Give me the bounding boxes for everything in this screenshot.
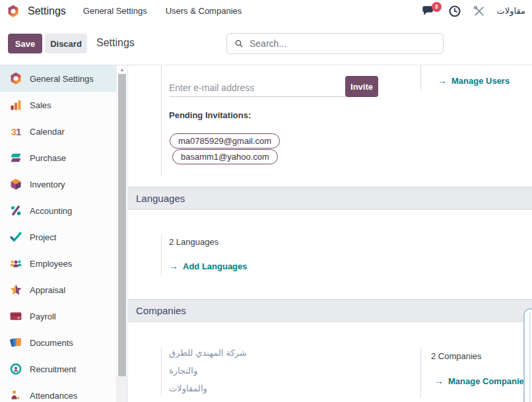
scrollbar-track[interactable]: [117, 376, 127, 402]
app-title: Settings: [28, 5, 66, 17]
companies-section-header: Companies: [128, 299, 532, 322]
user-menu[interactable]: مقاولات: [497, 6, 525, 16]
sidebar-item-calendar[interactable]: 31 Calendar: [0, 118, 116, 145]
pending-invitations-label: Pending Invitations:: [169, 110, 251, 120]
person-circle-icon: [9, 362, 22, 376]
tools-icon[interactable]: [473, 5, 486, 18]
sidebar-item-employees[interactable]: Employees: [0, 250, 116, 277]
manage-users-label: Manage Users: [451, 76, 510, 86]
companies-pane-divider: [161, 348, 162, 395]
top-navbar: Settings General Settings Users & Compan…: [0, 0, 532, 22]
sidebar-item-label: Documents: [30, 338, 73, 348]
payment-card-icon: [9, 310, 22, 323]
discard-button[interactable]: Discard: [45, 34, 87, 53]
sidebar-item-sales[interactable]: Sales: [0, 92, 116, 118]
popup-edge: [523, 308, 532, 402]
settings-content: Invite Manage Users Pending Invitations:…: [128, 65, 532, 402]
manage-companies-label: Manage Companies: [448, 376, 529, 386]
languages-section-header: Languages: [128, 187, 532, 210]
sidebar-item-accounting[interactable]: Accounting: [0, 197, 116, 224]
sidebar-item-label: Appraisal: [30, 285, 65, 295]
cube-icon: [9, 178, 22, 191]
breadcrumb: Settings: [96, 37, 135, 49]
manage-users-link[interactable]: Manage Users: [438, 75, 510, 86]
star-icon: [9, 283, 22, 296]
sidebar-item-label: Sales: [30, 100, 51, 110]
sidebar-item-payroll[interactable]: Payroll: [0, 303, 116, 329]
bar-chart-icon: [9, 98, 22, 112]
person-check-icon: [9, 389, 22, 402]
stacked-cards-icon: [9, 151, 22, 164]
nav-item-general-settings[interactable]: General Settings: [83, 6, 147, 16]
unread-count-badge: 3: [432, 2, 442, 12]
odoo-app-logo-icon[interactable]: [7, 5, 20, 18]
sidebar-item-label: Project: [30, 232, 56, 242]
nav-menu: General Settings Users & Companies: [83, 6, 242, 16]
percent-icon: [9, 204, 22, 217]
arrow-right-icon: [169, 261, 178, 271]
sidebar-item-recruitment[interactable]: Recruitment: [0, 356, 116, 382]
arrow-right-icon: [438, 75, 447, 86]
sidebar-scrollbar[interactable]: [116, 65, 128, 402]
company-name: شركة المهندي للطرق والتجارة والمقاولات: [169, 344, 275, 397]
search-box[interactable]: [226, 33, 444, 54]
sidebar-item-label: Inventory: [30, 180, 65, 189]
left-pane-divider: [161, 65, 162, 176]
sidebar-item-label: Payroll: [30, 312, 56, 321]
scrollbar-thumb[interactable]: [118, 74, 126, 376]
pending-email-pill[interactable]: basamm1@yahoo.com: [172, 149, 278, 164]
checkmark-icon: [9, 230, 22, 244]
pending-email-pill[interactable]: ma0785929@gmail.com: [170, 133, 280, 149]
control-bar: Save Discard Settings: [0, 22, 532, 65]
navbar-right-group: 3 مقاولات: [421, 4, 527, 18]
company-name-line: والمقاولات: [169, 380, 275, 397]
add-languages-label: Add Languages: [183, 261, 248, 271]
people-icon: [9, 257, 22, 270]
companies-column-divider: [420, 348, 421, 398]
invite-email-input[interactable]: [169, 79, 345, 97]
calendar-31-icon: 31: [9, 125, 22, 138]
messages-button[interactable]: 3: [421, 4, 437, 18]
manage-companies-link[interactable]: Manage Companies: [434, 376, 529, 386]
sidebar-item-label: General Settings: [30, 74, 94, 84]
odoo-settings-icon: [9, 72, 22, 85]
languages-header-label: Languages: [136, 193, 185, 204]
sidebar-item-label: Recruitment: [30, 364, 76, 374]
search-input[interactable]: [249, 38, 436, 49]
company-name-line: شركة المهندي للطرق والتجارة: [169, 344, 275, 380]
sidebar-item-label: Attendances: [30, 391, 77, 401]
companies-header-label: Companies: [136, 305, 186, 316]
sidebar-item-appraisal[interactable]: Appraisal: [0, 277, 116, 303]
folder-stack-icon: [9, 336, 22, 349]
clock-icon[interactable]: [448, 5, 461, 18]
sidebar-item-inventory[interactable]: Inventory: [0, 171, 116, 197]
sidebar-item-documents[interactable]: Documents: [0, 329, 116, 356]
add-languages-link[interactable]: Add Languages: [169, 261, 248, 271]
sidebar-item-label: Purchase: [30, 153, 66, 163]
scroll-up-arrow-icon[interactable]: [117, 65, 127, 74]
languages-count: 2 Languages: [169, 237, 218, 247]
sidebar-item-label: Employees: [30, 259, 72, 269]
sidebar-item-attendances[interactable]: Attendances: [0, 382, 116, 402]
sidebar-item-project[interactable]: Project: [0, 224, 116, 250]
arrow-right-icon: [434, 376, 444, 386]
invite-button[interactable]: Invite: [345, 76, 378, 97]
save-button[interactable]: Save: [8, 34, 42, 53]
sidebar-item-label: Accounting: [30, 206, 72, 216]
column-divider: [420, 65, 421, 90]
sidebar-item-general-settings[interactable]: General Settings: [0, 65, 116, 92]
companies-count: 2 Companies: [431, 351, 482, 361]
settings-sidebar: General Settings Sales 31 Calendar Purch…: [0, 65, 116, 402]
languages-pane-divider: [161, 234, 162, 275]
sidebar-item-label: Calendar: [30, 127, 65, 137]
search-icon: [234, 38, 244, 49]
nav-item-users-companies[interactable]: Users & Companies: [166, 6, 242, 16]
sidebar-item-purchase[interactable]: Purchase: [0, 145, 116, 171]
popup-inner-scrollbar[interactable]: [529, 312, 531, 402]
